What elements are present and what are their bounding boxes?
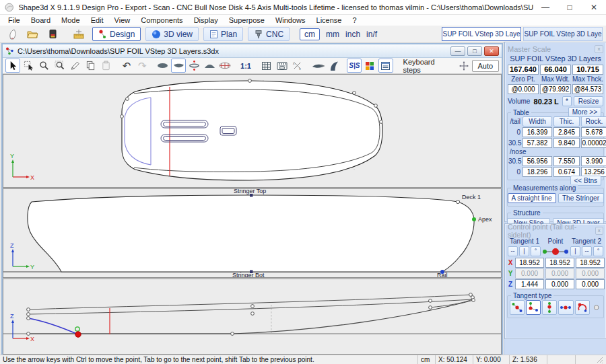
zero-pt-field[interactable]: @0.000 (508, 84, 539, 94)
z-tangent2-field[interactable]: 0.000 (576, 279, 605, 289)
view-deck-button[interactable] (202, 59, 217, 73)
master-scale-close-button[interactable]: x (595, 45, 603, 53)
board-profile-button[interactable] (311, 59, 326, 73)
menu-help[interactable]: ? (347, 16, 362, 24)
unit-inf[interactable]: in/f (366, 30, 377, 39)
mode-3dview-button[interactable]: 3D view (145, 27, 199, 41)
zoom-1to1-button[interactable]: 1:1 (238, 59, 253, 73)
freehand-tool-button[interactable] (67, 59, 82, 73)
slice-outline[interactable] (28, 195, 474, 272)
colors-button[interactable] (362, 59, 377, 73)
new-board-button[interactable] (3, 27, 22, 42)
mode-plan-button[interactable]: Plan (203, 27, 243, 41)
tail-row2-thic[interactable]: 9.840 (553, 138, 580, 148)
select-tool-button[interactable] (5, 59, 20, 73)
keyboard-steps-icon[interactable] (457, 59, 471, 73)
nose-row1-width[interactable]: 56.956 (523, 156, 552, 166)
board-thickness-field[interactable]: 10.715 (572, 65, 603, 75)
view-rocker-button[interactable] (171, 59, 186, 73)
cut-tool-button[interactable]: x x (290, 59, 305, 73)
volume-star-button[interactable]: * (562, 96, 572, 106)
doc-restore-button[interactable]: □ (467, 46, 482, 56)
apex-point[interactable] (472, 217, 476, 221)
tail-row2-width[interactable]: 57.382 (523, 138, 552, 148)
grid-button[interactable] (259, 59, 274, 73)
open-file-button[interactable] (24, 27, 42, 42)
minimize-button[interactable]: — (533, 0, 558, 14)
menu-edit[interactable]: Edit (86, 16, 109, 24)
tangent-vertical-button[interactable] (542, 300, 557, 315)
tangent2-angle-button[interactable]: ° (593, 246, 603, 256)
tangent-horizontal-button[interactable] (558, 300, 573, 315)
max-wdt-field[interactable]: @79.992 (540, 84, 571, 94)
undo-button[interactable]: ↶ (119, 59, 134, 73)
menu-display[interactable]: Display (189, 16, 224, 24)
selected-control-point[interactable] (75, 332, 81, 337)
zoom-area-button[interactable] (52, 59, 67, 73)
menu-license[interactable]: License (311, 16, 347, 24)
save-button[interactable] (44, 27, 62, 42)
doc-tab-1[interactable]: SUP FOIL VStep 3D Laye (442, 27, 521, 41)
slice-view-pane[interactable]: Stringer Top Deck 1 Apex Stringer Bot Ra… (3, 188, 502, 278)
more-button[interactable]: More >> (568, 107, 601, 117)
status-resize-grip[interactable] (575, 355, 606, 364)
nose-row2-width[interactable]: 18.296 (523, 167, 552, 177)
document-titlebar[interactable]: C:\Users\thoma\Downloads\SUP FOIL VStep … (3, 44, 502, 58)
board-length-field[interactable]: 167.640 (508, 65, 539, 75)
slices-list-button[interactable] (275, 59, 290, 73)
rocker-view-drawing[interactable]: Z X (3, 279, 501, 354)
control-point-close-button[interactable]: x (595, 227, 603, 235)
marquee-select-button[interactable] (21, 59, 36, 73)
menu-view[interactable]: View (109, 16, 136, 24)
straight-line-button[interactable]: A straight line (508, 193, 556, 203)
measure-button[interactable] (69, 27, 88, 42)
mode-design-button[interactable]: Design (92, 27, 141, 41)
paste-button[interactable] (98, 59, 113, 73)
tail-row1-width[interactable]: 16.399 (523, 127, 552, 137)
maximize-button[interactable]: □ (558, 0, 582, 14)
properties-panel-button[interactable] (378, 59, 393, 73)
fin-button[interactable] (327, 59, 341, 73)
symmetry-button[interactable]: S|S (347, 59, 362, 73)
menu-windows[interactable]: Windows (270, 16, 311, 24)
menu-file[interactable]: File (3, 16, 26, 24)
rocker-view-pane[interactable]: Z X (3, 279, 502, 355)
outline-view-drawing[interactable]: Y X (3, 75, 501, 187)
board-outline[interactable] (122, 81, 382, 180)
col-width-button[interactable]: Width (523, 116, 552, 126)
unit-cm[interactable]: cm (300, 28, 320, 40)
slice-view-drawing[interactable]: Stringer Top Deck 1 Apex Stringer Bot Ra… (3, 189, 501, 277)
mode-cnc-button[interactable]: CNC (248, 27, 290, 41)
menu-mode[interactable]: Mode (56, 16, 86, 24)
board-width-field[interactable]: 66.040 (540, 65, 571, 75)
keyboard-steps-auto-button[interactable]: Auto (472, 60, 499, 72)
doc-close-button[interactable]: ✕ (484, 46, 499, 56)
close-button[interactable]: ✕ (582, 0, 606, 14)
view-outline-button[interactable] (156, 59, 170, 73)
tangent-type-radio[interactable] (591, 302, 601, 313)
z-point-field[interactable]: 0.000 (545, 279, 574, 289)
stringer-button[interactable]: The Stringer (558, 193, 604, 203)
x-point-field[interactable]: 18.952 (545, 258, 574, 268)
redo-button[interactable]: ↷ (135, 59, 149, 73)
menu-superpose[interactable]: Superpose (224, 16, 270, 24)
x-tangent1-field[interactable]: 18.952 (515, 258, 544, 268)
tangent2-dash-button[interactable]: -- (582, 246, 592, 256)
tail-row1-rock[interactable]: 5.678 (581, 127, 606, 137)
doc-tab-2[interactable]: SUP FOIL VStep 3D Laye (523, 27, 603, 41)
unit-mm[interactable]: mm (326, 30, 339, 39)
tangent1-dash-button[interactable]: -- (508, 246, 518, 256)
unit-inch[interactable]: inch (345, 30, 360, 39)
tangent-angled-button[interactable] (526, 300, 541, 315)
z-tangent1-field[interactable]: 1.444 (515, 279, 544, 289)
max-thck-field[interactable]: @84.573 (572, 84, 603, 94)
view-3dlayers-button[interactable] (217, 59, 232, 73)
nose-row1-thic[interactable]: 7.550 (553, 156, 580, 166)
resize-button[interactable]: Resize (574, 96, 603, 106)
tangent2-bar-button[interactable]: | (570, 246, 580, 256)
tangent1-bar-button[interactable]: | (519, 246, 529, 256)
x-tangent2-field[interactable]: 18.952 (576, 258, 605, 268)
copy-button[interactable] (83, 59, 98, 73)
menu-components[interactable]: Components (135, 16, 188, 24)
deck1-point[interactable] (456, 200, 459, 203)
